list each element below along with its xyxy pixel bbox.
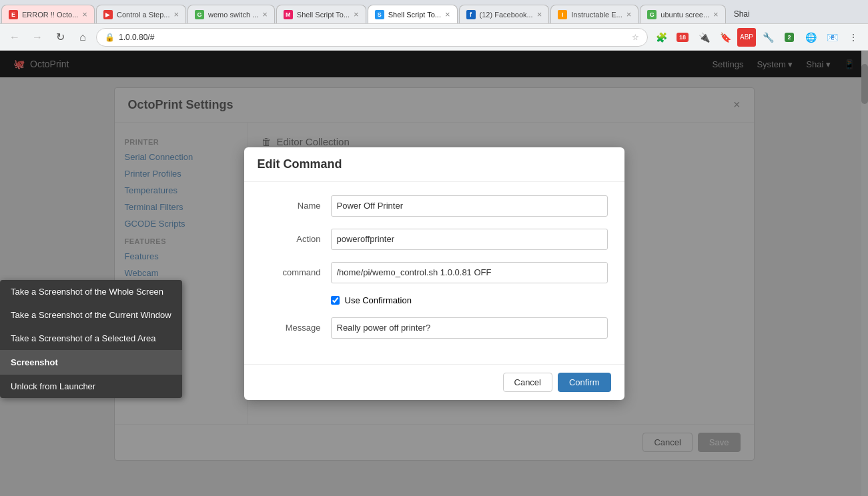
message-input[interactable] (331, 317, 608, 339)
tab-favicon-error: E (9, 10, 18, 19)
command-label: command (261, 267, 321, 277)
tab-user: Shai (727, 5, 757, 23)
tab-close-instructable[interactable]: × (626, 9, 632, 19)
tab-title-instructable: Instructable E... (571, 11, 622, 19)
modal-cancel-button[interactable]: Cancel (503, 373, 552, 392)
modal-header: Edit Command (244, 147, 624, 182)
extension1-icon[interactable]: 🔌 (695, 28, 713, 47)
tab-close-facebook[interactable]: × (537, 9, 542, 19)
tab-title-wemo: wemo switch ... (208, 11, 258, 19)
context-menu-screenshot-whole[interactable]: Take a Screenshot of the Whole Screen (0, 280, 182, 303)
tab-close-shell1[interactable]: × (354, 9, 359, 19)
tab-instructable[interactable]: I Instructable E... × (550, 5, 638, 23)
tab-wemo[interactable]: G wemo switch ... × (187, 5, 275, 23)
action-label: Action (261, 234, 321, 244)
name-input[interactable] (331, 195, 608, 217)
page-content: 🐙 OctoPrint Settings System ▾ Shai ▾ 📱 O… (0, 51, 868, 496)
context-menu-screenshot-window[interactable]: Take a Screenshot of the Current Window (0, 303, 182, 327)
menu-icon[interactable]: ⋮ (844, 28, 863, 47)
puzzle-icon[interactable]: 🧩 (652, 28, 671, 47)
message-form-group: Message (261, 317, 608, 339)
address-text: 1.0.0.80/# (119, 33, 154, 42)
action-input[interactable] (331, 229, 608, 250)
tab-title-error: ERROR !! Octo... (22, 11, 78, 19)
command-input[interactable] (331, 262, 608, 283)
forward-button[interactable]: → (28, 28, 47, 47)
tab-error[interactable]: E ERROR !! Octo... × (1, 5, 95, 23)
modal-confirm-button[interactable]: Confirm (558, 373, 611, 392)
tab-ubuntu[interactable]: G ubuntu scree... × (640, 5, 725, 23)
lock-icon: 🔒 (105, 33, 115, 42)
extension6-icon[interactable]: 📧 (823, 28, 841, 47)
name-form-group: Name (261, 195, 608, 217)
tab-shellscript1[interactable]: M Shell Script To... × (276, 5, 366, 23)
modal-overlay: Edit Command Name Action command (0, 51, 868, 496)
tab-favicon-ubuntu: G (647, 10, 657, 19)
tab-title-ubuntu: ubuntu scree... (661, 11, 709, 19)
tab-bar: E ERROR !! Octo... × ▶ Control a Step...… (0, 0, 868, 24)
name-label: Name (261, 201, 321, 211)
extension5-icon[interactable]: 🌐 (801, 28, 820, 47)
back-button[interactable]: ← (5, 28, 24, 47)
notification-icon[interactable]: 18 (673, 28, 692, 47)
tab-close-ubuntu[interactable]: × (713, 9, 719, 19)
context-menu: Take a Screenshot of the Whole Screen Ta… (0, 280, 182, 398)
context-menu-screenshot-area[interactable]: Take a Screenshot of a Selected Area (0, 327, 182, 350)
edit-command-modal: Edit Command Name Action command (244, 147, 624, 400)
tab-favicon-facebook: f (466, 10, 476, 19)
tab-title-shell2: Shell Script To... (388, 11, 441, 19)
tab-title-youtube: Control a Step... (117, 11, 170, 19)
tab-favicon-wemo: G (195, 10, 204, 19)
tab-shellscript2[interactable]: S Shell Script To... × (368, 5, 458, 23)
action-form-group: Action (261, 229, 608, 250)
tab-close-youtube[interactable]: × (173, 9, 179, 19)
modal-title: Edit Command (258, 157, 342, 171)
context-menu-screenshot-label: Screenshot (0, 351, 182, 374)
tab-favicon-shell2: S (375, 10, 384, 19)
extension3-icon[interactable]: ABP (737, 28, 756, 47)
tab-title-shell1: Shell Script To... (297, 11, 350, 19)
address-bar[interactable]: 🔒 1.0.0.80/# ☆ (96, 28, 648, 47)
modal-body: Name Action command (244, 182, 624, 364)
tab-favicon-youtube: ▶ (103, 10, 113, 19)
context-menu-unlock[interactable]: Unlock from Launcher (0, 375, 182, 398)
extension2-icon[interactable]: 🔖 (716, 28, 735, 47)
command-form-group: command (261, 262, 608, 283)
tab-favicon-instructable: I (558, 10, 567, 19)
toolbar-icons: 🧩 18 🔌 🔖 ABP 🔧 2 🌐 📧 ⋮ (652, 28, 863, 47)
modal-footer: Cancel Confirm (244, 364, 624, 400)
message-label: Message (261, 323, 321, 333)
tab-title-facebook: (12) Facebook... (480, 11, 533, 19)
tab-favicon-shell1: M (284, 10, 293, 19)
user-tab-label: Shai (734, 9, 750, 19)
tab-close-wemo[interactable]: × (262, 9, 268, 19)
browser-toolbar: ← → ↻ ⌂ 🔒 1.0.0.80/# ☆ 🧩 18 🔌 🔖 ABP 🔧 2 … (0, 24, 868, 51)
star-icon: ☆ (632, 33, 639, 42)
browser-frame: E ERROR !! Octo... × ▶ Control a Step...… (0, 0, 868, 496)
confirmation-checkbox[interactable] (331, 296, 340, 305)
reload-button[interactable]: ↻ (51, 28, 69, 47)
notification2-icon[interactable]: 2 (780, 28, 799, 47)
tab-close-shell2[interactable]: × (445, 9, 450, 19)
home-button[interactable]: ⌂ (73, 28, 92, 47)
tab-facebook[interactable]: f (12) Facebook... × (459, 5, 550, 23)
tab-youtube[interactable]: ▶ Control a Step... × (96, 5, 186, 23)
tab-close-error[interactable]: × (82, 9, 87, 19)
extension4-icon[interactable]: 🔧 (759, 28, 777, 47)
confirmation-group: Use Confirmation (261, 295, 608, 305)
confirmation-label[interactable]: Use Confirmation (345, 295, 412, 305)
